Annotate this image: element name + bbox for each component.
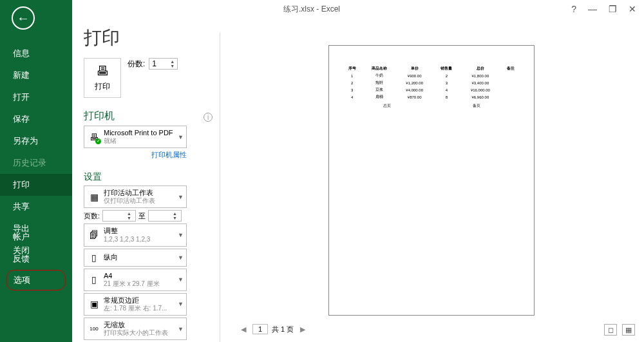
- chevron-down-icon[interactable]: ▼: [170, 64, 175, 68]
- orientation-dropdown[interactable]: ▯ 纵向 ▼: [84, 249, 187, 267]
- zoom-controls: ◻ ▦: [604, 324, 635, 336]
- preview-cell: ¥1,200.00: [396, 79, 433, 86]
- window-controls: ? — ❐ ✕: [571, 4, 636, 14]
- preview-cell: ¥870.00: [396, 93, 433, 100]
- next-page-button[interactable]: ▶: [298, 325, 308, 334]
- nav-options[interactable]: 选项: [6, 270, 66, 290]
- nav-history[interactable]: 历史记录: [0, 152, 72, 174]
- nav-info[interactable]: 信息: [0, 43, 72, 64]
- preview-header-cell: 备注: [500, 65, 521, 72]
- preview-cell: 2: [433, 72, 460, 79]
- print-panel: 打印 🖶 打印 份数: ▲▼ 打印机 i 🖶✓ Microsoft Print …: [84, 26, 213, 342]
- page-number-input[interactable]: 1: [252, 324, 268, 334]
- printer-dropdown[interactable]: 🖶✓ Microsoft Print to PDF 就绪 ▼: [84, 126, 187, 148]
- chevron-down-icon: ▼: [178, 254, 184, 261]
- restore-button[interactable]: ❐: [609, 4, 617, 14]
- scaling-sub: 打印实际大小的工作表: [104, 329, 168, 337]
- chevron-down-icon: ▼: [178, 301, 184, 307]
- chevron-down-icon: ▼: [178, 232, 184, 238]
- help-button[interactable]: ?: [571, 4, 576, 14]
- backstage-sidebar: ← 信息 新建 打开 保存 另存为 历史记录 打印 共享 导出 关闭 帐户 反馈…: [0, 0, 72, 342]
- preview-cell: 4: [433, 86, 460, 93]
- page-title: 打印: [84, 26, 213, 50]
- title-bar: 练习.xlsx - Excel: [283, 4, 340, 15]
- preview-cell: 2: [342, 79, 363, 86]
- back-button[interactable]: ←: [12, 6, 35, 30]
- page-total-label: 共 1 页: [272, 325, 294, 334]
- copies-input[interactable]: [152, 59, 170, 68]
- pages-to-spinner[interactable]: ▲▼: [148, 210, 182, 222]
- nav-print[interactable]: 打印: [0, 174, 72, 196]
- printer-device-icon: 🖶✓: [88, 131, 100, 143]
- pages-from-spinner[interactable]: ▲▼: [102, 210, 136, 222]
- close-button[interactable]: ✕: [629, 4, 636, 14]
- preview-row: 2拖鞋¥1,200.003¥3,400.00: [342, 79, 521, 86]
- preview-cell: [500, 72, 521, 79]
- preview-footer-right: 备页: [473, 103, 480, 109]
- back-arrow-icon: ←: [17, 11, 30, 26]
- copies-spinner[interactable]: ▲▼: [149, 58, 178, 70]
- preview-cell: 3: [342, 86, 363, 93]
- printer-heading: 打印机: [84, 109, 213, 123]
- preview-cell: [500, 86, 521, 93]
- preview-cell: 豆浆: [363, 86, 397, 93]
- check-icon: ✓: [95, 138, 101, 144]
- print-button-label: 打印: [95, 81, 110, 92]
- page-icon: ▯: [88, 274, 100, 285]
- printer-properties-link[interactable]: 打印机属性: [84, 150, 187, 160]
- chevron-down-icon: ▼: [178, 194, 184, 200]
- grid-icon: ▦: [88, 191, 100, 203]
- minimize-button[interactable]: —: [588, 4, 597, 14]
- preview-cell: ¥900.00: [396, 72, 433, 79]
- nav-account[interactable]: 帐户: [0, 226, 72, 248]
- print-sheets-dropdown[interactable]: ▦ 打印活动工作表 仅打印活动工作表 ▼: [84, 185, 187, 208]
- paper-title: A4: [104, 272, 160, 280]
- show-margins-button[interactable]: ▦: [622, 324, 635, 336]
- nav-save[interactable]: 保存: [0, 108, 72, 130]
- preview-cell: 8: [433, 93, 460, 100]
- info-icon[interactable]: i: [204, 113, 213, 122]
- preview-row: 3豆浆¥4,000.004¥16,000.00: [342, 86, 521, 93]
- prev-page-button[interactable]: ◀: [238, 325, 249, 334]
- collate-icon: 🗐: [88, 229, 100, 241]
- scaling-title: 无缩放: [104, 321, 168, 329]
- chevron-down-icon: ▼: [178, 276, 184, 283]
- preview-row: 4扁桶¥870.008¥6,960.00: [342, 93, 521, 100]
- nav-open[interactable]: 打开: [0, 86, 72, 108]
- portrait-icon: ▯: [88, 252, 100, 263]
- scaling-dropdown[interactable]: 100 无缩放 打印实际大小的工作表 ▼: [84, 318, 187, 340]
- print-preview: 序号商品名称单价销售量总价备注 1牛奶¥900.002¥1,800.002拖鞋¥…: [232, 45, 631, 316]
- nav-saveas[interactable]: 另存为: [0, 130, 72, 152]
- paper-sub: 21 厘米 x 29.7 厘米: [104, 280, 160, 288]
- pages-to-input[interactable]: [149, 211, 173, 220]
- paper-dropdown[interactable]: ▯ A4 21 厘米 x 29.7 厘米 ▼: [84, 269, 187, 291]
- preview-cell: [500, 79, 521, 86]
- preview-header-cell: 销售量: [433, 65, 460, 72]
- pages-from-input[interactable]: [104, 211, 127, 220]
- preview-footer-left: 总页: [383, 103, 391, 109]
- printer-status: 就绪: [104, 137, 173, 145]
- preview-cell: [500, 93, 521, 100]
- chevron-down-icon: ▼: [178, 134, 184, 140]
- print-button[interactable]: 🖶 打印: [84, 58, 121, 98]
- preview-header-cell: 单价: [396, 65, 433, 72]
- preview-page: 序号商品名称单价销售量总价备注 1牛奶¥900.002¥1,800.002拖鞋¥…: [328, 45, 535, 316]
- collate-sub: 1,2,3 1,2,3 1,2,3: [104, 236, 150, 243]
- preview-cell: 拖鞋: [363, 79, 397, 86]
- nav-share[interactable]: 共享: [0, 196, 72, 218]
- preview-header-cell: 序号: [342, 65, 363, 72]
- zoom-to-page-button[interactable]: ◻: [604, 324, 617, 336]
- nav-new[interactable]: 新建: [0, 64, 72, 86]
- print-sheets-sub: 仅打印活动工作表: [104, 197, 155, 205]
- copies-label: 份数:: [128, 59, 145, 70]
- nav-feedback[interactable]: 反馈: [0, 248, 72, 270]
- preview-row: 1牛奶¥900.002¥1,800.00: [342, 72, 521, 79]
- margins-dropdown[interactable]: ▣ 常规页边距 左: 1.78 厘米 右: 1.7... ▼: [84, 293, 187, 316]
- settings-heading: 设置: [84, 171, 213, 183]
- chevron-up-icon[interactable]: ▲: [170, 59, 175, 64]
- preview-cell: 1: [342, 72, 363, 79]
- scaling-icon: 100: [88, 323, 100, 335]
- collate-dropdown[interactable]: 🗐 调整 1,2,3 1,2,3 1,2,3 ▼: [84, 223, 187, 246]
- preview-header-cell: 商品名称: [363, 65, 397, 72]
- collate-title: 调整: [104, 227, 150, 235]
